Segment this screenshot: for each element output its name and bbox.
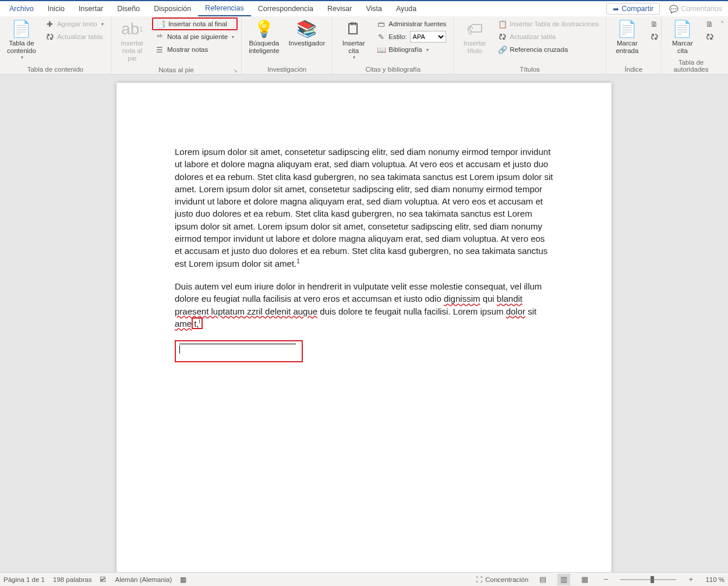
endnote-separator xyxy=(179,344,296,344)
update-tof-button[interactable]: 🗘 Actualizar tabla xyxy=(494,30,602,43)
cross-reference-button[interactable]: 🔗 Referencia cruzada xyxy=(494,43,602,56)
tab-mailings[interactable]: Correspondencia xyxy=(251,1,320,16)
insert-endnote-button[interactable]: 📑 Insertar nota al final xyxy=(152,17,238,30)
tab-help[interactable]: Ayuda xyxy=(389,1,423,16)
toc-button[interactable]: 📄 Tabla de contenido ▾ xyxy=(3,17,40,62)
update-index-button[interactable]: 🗘 xyxy=(647,30,658,43)
mark-citation-button[interactable]: 📄 Marcar cita xyxy=(665,17,700,56)
p2-w3: dolor xyxy=(506,306,525,316)
footnote-ref-1[interactable]: 1 xyxy=(296,258,300,264)
tab-design[interactable]: Diseño xyxy=(110,1,147,16)
endnote-ref-i[interactable]: i xyxy=(199,318,200,324)
status-bar: Página 1 de 1 198 palabras 🗹 Alemán (Ale… xyxy=(0,572,728,586)
group-label-citations: Citas y bibliografía xyxy=(336,63,450,74)
zoom-out-button[interactable]: − xyxy=(599,574,612,585)
researcher-button[interactable]: 📚 Investigador xyxy=(285,17,329,48)
insert-index-button[interactable]: 🗎 xyxy=(647,17,658,30)
group-label-toc: Tabla de contenido xyxy=(3,63,107,74)
show-notes-button[interactable]: ☰ Mostrar notas xyxy=(152,43,238,56)
insert-citation-button[interactable]: 🗒 Insertar cita ▾ xyxy=(336,17,371,62)
tab-layout[interactable]: Disposición xyxy=(147,1,198,16)
group-label-captions: Títulos xyxy=(457,63,602,74)
paragraph-2[interactable]: Duis autem vel eum iriure dolor in hendr… xyxy=(175,280,553,330)
p2-b: qui xyxy=(480,294,496,303)
proofing-icon[interactable]: 🗹 xyxy=(100,576,107,583)
citation-style-select[interactable]: APA xyxy=(410,31,446,43)
tab-file[interactable]: Archivo xyxy=(2,1,41,16)
manage-sources-label: Administrar fuentes xyxy=(388,20,446,27)
tab-references[interactable]: Referencias xyxy=(198,1,251,16)
web-layout-button[interactable]: ▦ xyxy=(578,574,591,585)
paragraph-1[interactable]: Lorem ipsum dolor sit amet, consetetur s… xyxy=(175,146,553,270)
add-text-button[interactable]: ✚ Agregar texto ▾ xyxy=(42,17,107,30)
print-layout-button[interactable]: ▥ xyxy=(557,574,570,585)
tab-review[interactable]: Revisar xyxy=(320,1,359,16)
comment-icon: 💬 xyxy=(669,5,678,13)
smart-lookup-button[interactable]: 💡 Búsqueda inteligente xyxy=(245,17,282,56)
group-label-footnotes: Notas al pie↘ xyxy=(115,64,238,75)
style-label: Estilo: xyxy=(388,33,407,40)
share-label: Compartir xyxy=(621,5,653,13)
ab-text: ab xyxy=(121,20,139,38)
focus-mode-button[interactable]: ⛶Concentración xyxy=(476,576,528,583)
zoom-slider[interactable] xyxy=(620,579,676,580)
focus-label: Concentración xyxy=(485,576,528,583)
chevron-down-icon: ▾ xyxy=(21,55,23,60)
ribbon: 📄 Tabla de contenido ▾ ✚ Agregar texto ▾… xyxy=(0,16,728,75)
mark-index-label: Marcar entrada xyxy=(616,40,638,55)
bibliography-button[interactable]: 📖 Bibliografía ▾ xyxy=(373,43,450,56)
comments-button[interactable]: 💬 Comentarios xyxy=(663,1,728,16)
insert-index-icon: 🗎 xyxy=(651,20,658,29)
endnote-ref-highlight: t,i xyxy=(192,317,203,329)
style-icon: ✎ xyxy=(377,33,386,41)
document-area[interactable]: Lorem ipsum dolor sit amet, consetetur s… xyxy=(0,75,728,572)
word-count[interactable]: 198 palabras xyxy=(53,576,92,583)
text-cursor xyxy=(179,345,180,354)
update-toa-button[interactable]: 🗘 xyxy=(702,30,713,43)
page-indicator[interactable]: Página 1 de 1 xyxy=(3,576,45,583)
next-footnote-button[interactable]: ᵃᵇ Nota al pie siguiente ▾ xyxy=(152,30,238,43)
page[interactable]: Lorem ipsum dolor sit amet, consetetur s… xyxy=(116,83,612,572)
update-icon: 🗘 xyxy=(651,33,658,41)
insert-caption-button[interactable]: 🏷 Insertar título xyxy=(457,17,492,56)
ribbon-collapse-button[interactable]: ˄ xyxy=(720,16,728,74)
tab-insert[interactable]: Insertar xyxy=(72,1,110,16)
insert-citation-label: Insertar cita xyxy=(342,40,365,55)
endnote-area-highlight xyxy=(175,340,303,362)
chevron-down-icon: ▾ xyxy=(426,47,429,52)
manage-sources-button[interactable]: 🗃 Administrar fuentes xyxy=(373,17,450,30)
share-button[interactable]: ➦ Compartir xyxy=(606,3,660,15)
add-text-label: Agregar texto xyxy=(57,20,97,27)
sources-icon: 🗃 xyxy=(377,20,386,29)
insert-toa-button[interactable]: 🗎 xyxy=(702,17,713,30)
zoom-thumb[interactable] xyxy=(651,576,654,583)
insert-tof-label: Insertar Tabla de ilustraciones xyxy=(510,20,599,27)
lightbulb-icon: 💡 xyxy=(254,19,274,40)
bibliography-icon: 📖 xyxy=(377,45,386,54)
chevron-down-icon: ▾ xyxy=(353,55,355,60)
zoom-in-button[interactable]: + xyxy=(684,574,697,585)
toa-icon: 📄 xyxy=(672,19,692,40)
tab-home[interactable]: Inicio xyxy=(41,1,72,16)
focus-icon: ⛶ xyxy=(476,576,483,583)
update-icon: 🗘 xyxy=(706,33,713,41)
comments-label: Comentarios xyxy=(681,5,722,13)
insert-tof-button[interactable]: 📋 Insertar Tabla de ilustraciones xyxy=(494,17,602,30)
insert-footnote-button[interactable]: ab1 Insertar nota al pie xyxy=(115,17,150,64)
macro-icon[interactable]: ▦ xyxy=(180,576,186,584)
read-mode-button[interactable]: ▤ xyxy=(536,574,549,585)
language-indicator[interactable]: Alemán (Alemania) xyxy=(115,576,172,583)
para1-text: Lorem ipsum dolor sit amet, consetetur s… xyxy=(175,147,553,269)
books-icon: 📚 xyxy=(296,19,317,40)
mark-index-entry-button[interactable]: 📄 Marcar entrada xyxy=(610,17,645,56)
update-toc-button[interactable]: 🗘 Actualizar tabla xyxy=(42,30,107,43)
tab-view[interactable]: Vista xyxy=(359,1,389,16)
dialog-launcher-icon[interactable]: ↘ xyxy=(233,68,238,73)
zoom-level[interactable]: 110 % xyxy=(705,576,725,583)
show-notes-label: Mostrar notas xyxy=(167,46,208,53)
insert-toa-icon: 🗎 xyxy=(706,20,713,29)
crossref-icon: 🔗 xyxy=(498,45,507,54)
group-label-research: Investigación xyxy=(245,63,328,74)
group-label-toa: Tabla de autoridades xyxy=(665,57,717,74)
bibliography-label: Bibliografía xyxy=(388,46,422,53)
